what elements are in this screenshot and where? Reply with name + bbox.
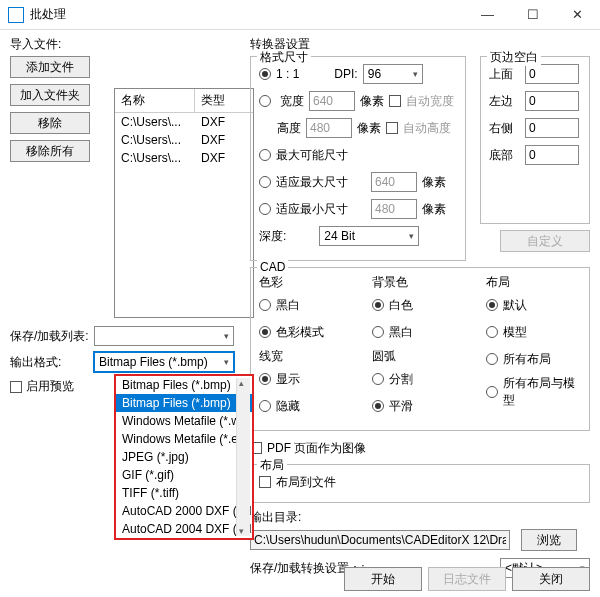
dialog-close-button[interactable]: 关闭 [512,567,590,591]
list-item: C:\Users\...DXF [115,149,253,167]
add-file-button[interactable]: 添加文件 [10,56,90,78]
margin-right-input[interactable] [525,118,579,138]
margin-top-input[interactable] [525,64,579,84]
format-option[interactable]: TIFF (*.tiff) [116,484,252,502]
depth-select[interactable]: 24 Bit▾ [319,226,419,246]
layout-default-radio[interactable] [486,299,498,311]
maximize-button[interactable]: ☐ [510,0,555,30]
format-option[interactable]: Bitmap Files (*.bmp) [116,394,252,412]
enable-preview-label: 启用预览 [26,378,74,395]
margins-legend: 页边空白 [487,49,541,66]
margin-left-input[interactable] [525,91,579,111]
fitmin-input[interactable] [371,199,417,219]
col-type[interactable]: 类型 [195,89,251,112]
auto-height-check[interactable] [386,122,398,134]
outdir-label: 输出目录: [250,509,590,526]
log-button[interactable]: 日志文件 [428,567,506,591]
app-icon [8,7,24,23]
format-option[interactable]: JPEG (*.jpg) [116,448,252,466]
saveload-label: 保存/加载列表: [10,328,90,345]
format-option[interactable]: AutoCAD 2004 DXF (*.dx [116,520,252,538]
layout-allm-radio[interactable] [486,386,498,398]
layout-model-radio[interactable] [486,326,498,338]
max-size-radio[interactable] [259,149,271,161]
color-mode-radio[interactable] [259,326,271,338]
outfmt-label: 输出格式: [10,354,90,371]
fitmax-input[interactable] [371,172,417,192]
layout-to-file-check[interactable] [259,476,271,488]
minimize-button[interactable]: — [465,0,510,30]
lw-hide-radio[interactable] [259,400,271,412]
browse-button[interactable]: 浏览 [521,529,577,551]
bg-black-radio[interactable] [372,326,384,338]
lw-show-radio[interactable] [259,373,271,385]
list-item: C:\Users\...DXF [115,113,253,131]
outdir-input[interactable] [250,530,510,550]
layout-all-radio[interactable] [486,353,498,365]
cad-legend: CAD [257,260,288,274]
fit-min-radio[interactable] [259,203,271,215]
import-label: 导入文件: [10,36,242,53]
custom-size-radio[interactable] [259,95,271,107]
close-button[interactable]: ✕ [555,0,600,30]
format-option[interactable]: GIF (*.gif) [116,466,252,484]
format-size-legend: 格式尺寸 [257,49,311,66]
ratio-1-1-radio[interactable] [259,68,271,80]
dropdown-scrollbar[interactable] [236,378,250,536]
color-bw-radio[interactable] [259,299,271,311]
remove-all-button[interactable]: 移除所有 [10,140,90,162]
saveload-select[interactable]: ▾ [94,326,234,346]
height-input[interactable] [306,118,352,138]
width-input[interactable] [309,91,355,111]
margin-bottom-input[interactable] [525,145,579,165]
custom-button[interactable]: 自定义 [500,230,590,252]
format-option[interactable]: Windows Metafile (*.wm [116,412,252,430]
bg-white-radio[interactable] [372,299,384,311]
format-option[interactable]: Windows Metafile (*.em [116,430,252,448]
list-item: C:\Users\...DXF [115,131,253,149]
arc-split-radio[interactable] [372,373,384,385]
start-button[interactable]: 开始 [344,567,422,591]
output-format-select[interactable]: Bitmap Files (*.bmp)▾ [94,352,234,372]
window-title: 批处理 [30,6,66,23]
dpi-select[interactable]: 96▾ [363,64,423,84]
enable-preview-check[interactable] [10,381,22,393]
auto-width-check[interactable] [389,95,401,107]
add-folder-button[interactable]: 加入文件夹 [10,84,90,106]
layout2-legend: 布局 [257,457,287,474]
output-format-dropdown[interactable]: Bitmap Files (*.bmp) Bitmap Files (*.bmp… [114,374,254,540]
fit-max-radio[interactable] [259,176,271,188]
file-list[interactable]: 名称 类型 C:\Users\...DXF C:\Users\...DXF C:… [114,88,254,318]
remove-button[interactable]: 移除 [10,112,90,134]
format-option[interactable]: AutoCAD 2000 DXF (*.dx [116,502,252,520]
col-name[interactable]: 名称 [115,89,195,112]
arc-smooth-radio[interactable] [372,400,384,412]
